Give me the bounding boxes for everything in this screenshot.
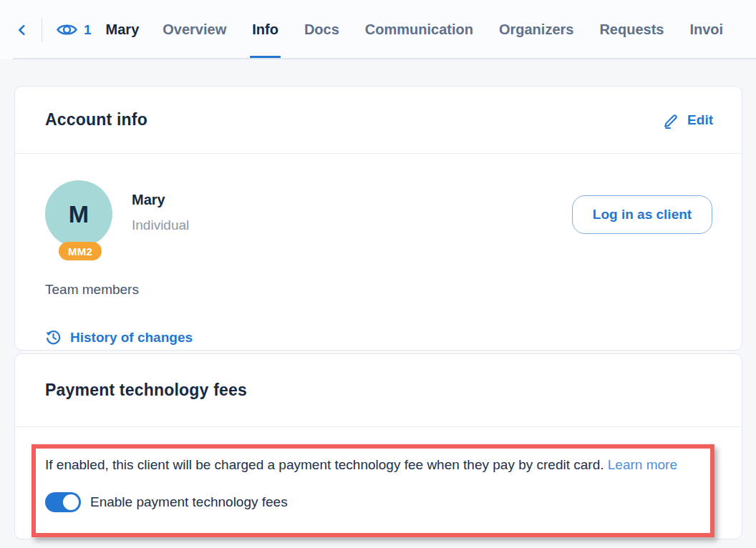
account-card-header: Account info Edit <box>15 87 742 154</box>
tab-invoices[interactable]: Invoi <box>689 0 723 59</box>
watcher-count: 1 <box>84 22 92 38</box>
tab-communication[interactable]: Communication <box>365 0 473 59</box>
tab-organizers[interactable]: Organizers <box>499 0 573 59</box>
history-link-label: History of changes <box>70 330 193 346</box>
clock-history-icon <box>45 329 62 346</box>
account-card-title: Account info <box>45 110 147 129</box>
edit-button[interactable]: Edit <box>663 112 713 129</box>
client-type: Individual <box>132 217 189 233</box>
avatar-initial: M <box>45 180 112 248</box>
history-of-changes-link[interactable]: History of changes <box>45 329 193 346</box>
profile-tabs: Overview Info Docs Communication Organiz… <box>163 0 749 59</box>
client-avatar[interactable]: M MM2 <box>45 180 114 265</box>
fee-description-text: If enabled, this client will be charged … <box>45 457 604 472</box>
team-members-label: Team members <box>45 282 139 298</box>
client-name: Mary <box>132 192 189 208</box>
payment-fees-card: Payment technology fees If enabled, this… <box>14 353 742 539</box>
account-info-card: Account info Edit M MM2 Mary Individual … <box>14 86 742 351</box>
edit-button-label: Edit <box>687 112 713 128</box>
toggle-label: Enable payment technology fees <box>90 494 288 510</box>
tab-info[interactable]: Info <box>252 0 278 59</box>
fee-description: If enabled, this client will be charged … <box>45 456 710 474</box>
avatar-badge: MM2 <box>59 242 102 260</box>
payment-card-header: Payment technology fees <box>15 354 742 427</box>
client-identity: Mary Individual <box>132 192 189 233</box>
payment-fee-toggle[interactable] <box>45 492 81 512</box>
chevron-left-icon <box>14 22 30 38</box>
toggle-knob <box>63 494 79 510</box>
eye-icon <box>57 21 77 38</box>
watchers-indicator[interactable]: 1 <box>57 21 92 38</box>
annotation-highlight-box: If enabled, this client will be charged … <box>32 444 714 537</box>
learn-more-link[interactable]: Learn more <box>608 457 677 472</box>
tab-docs[interactable]: Docs <box>304 0 339 59</box>
payment-card-title: Payment technology fees <box>45 381 247 400</box>
back-button[interactable] <box>13 19 32 41</box>
tab-overview[interactable]: Overview <box>163 0 226 59</box>
tab-requests[interactable]: Requests <box>599 0 664 59</box>
login-as-client-button[interactable]: Log in as client <box>572 195 712 234</box>
pencil-icon <box>663 112 680 129</box>
nav-divider <box>42 18 42 42</box>
client-profile-screen: 1 Mary Overview Info Docs Communication … <box>0 0 756 548</box>
top-navigation: 1 Mary Overview Info Docs Communication … <box>0 0 756 59</box>
nav-client-name[interactable]: Mary <box>106 21 140 38</box>
fee-toggle-row: Enable payment technology fees <box>45 492 710 512</box>
